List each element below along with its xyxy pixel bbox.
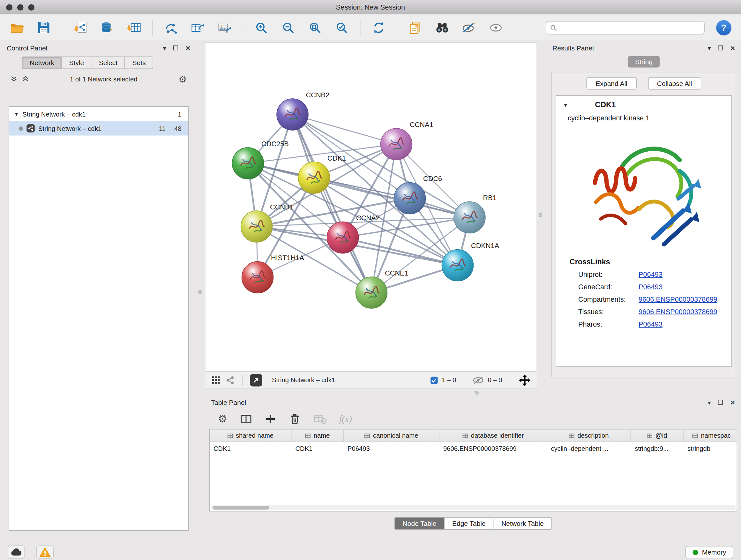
node-CDC6[interactable] (394, 183, 426, 214)
table-horizontal-scrollbar[interactable] (211, 505, 736, 510)
find-button[interactable] (431, 17, 454, 38)
tab-node-table[interactable]: Node Table (394, 517, 445, 530)
column-header-description[interactable]: description (547, 430, 631, 442)
bottom-splitter-handle[interactable] (475, 391, 479, 395)
disclosure-triangle-icon[interactable]: ▼ (14, 111, 19, 117)
float-panel-icon[interactable] (718, 400, 723, 405)
new-network-from-selection-button[interactable] (187, 17, 209, 38)
table-cell[interactable]: stringdb (684, 442, 737, 455)
show-columns-icon[interactable] (240, 414, 252, 425)
node-CCNB2[interactable] (277, 99, 308, 130)
crosslink-value[interactable]: P06493 (638, 320, 663, 328)
collapse-panel-icon[interactable]: ▾ (708, 399, 711, 406)
collapse-all-button[interactable]: Collapse All (648, 77, 701, 90)
close-panel-icon[interactable]: ✕ (185, 45, 191, 51)
import-table-button[interactable] (123, 17, 145, 38)
add-column-plus-icon[interactable] (265, 414, 276, 425)
column-header-name[interactable]: name (292, 430, 344, 442)
pan-move-icon[interactable] (519, 374, 531, 386)
column-header--id[interactable]: @id (631, 430, 684, 442)
zoom-out-button[interactable] (277, 17, 299, 38)
tab-network-table[interactable]: Network Table (494, 517, 552, 530)
node-CCNB1[interactable] (241, 211, 273, 242)
table-cell[interactable]: 9606.ENSP00000378699 (440, 442, 547, 455)
save-session-button[interactable] (32, 17, 55, 38)
refresh-button[interactable] (367, 17, 390, 38)
zoom-window-button[interactable] (28, 4, 35, 10)
show-graphics-details-button[interactable] (485, 17, 507, 38)
collapse-panel-icon[interactable]: ▾ (163, 45, 166, 51)
close-panel-icon[interactable]: ✕ (730, 399, 735, 406)
table-cell[interactable]: CDK1 (292, 442, 344, 455)
network-canvas[interactable]: CCNB2CCNA1CDC25BCDK1CDC6RB1CCNB1CCNA2CDK… (205, 43, 537, 371)
table-cell[interactable]: P06493 (344, 442, 440, 455)
import-network-file-button[interactable] (70, 17, 91, 38)
network-options-gear-icon[interactable]: ⚙ (179, 74, 187, 84)
collapse-panel-icon[interactable]: ▾ (708, 45, 711, 51)
close-panel-icon[interactable]: ✕ (730, 45, 735, 51)
crosslink-value[interactable]: P06493 (638, 283, 663, 291)
column-header-database-identifier[interactable]: database identifier (440, 430, 547, 442)
table-cell[interactable]: stringdb:9... (631, 442, 684, 455)
crosslink-value[interactable]: 9606.ENSP00000378699 (638, 296, 718, 303)
node-CCNA1[interactable] (381, 128, 412, 160)
column-header-canonical-name[interactable]: canonical name (344, 430, 440, 442)
zoom-fit-button[interactable] (304, 17, 326, 38)
network-collection-row[interactable]: ▼ String Network – cdk1 1 (9, 107, 188, 121)
expand-all-button[interactable]: Expand All (587, 77, 636, 90)
node-CDK1[interactable] (298, 162, 330, 193)
table-cell[interactable]: cyclin–dependent ... (547, 442, 631, 455)
new-network-button[interactable] (160, 17, 182, 38)
column-header-namespac[interactable]: namespac (684, 430, 737, 442)
selected-checkbox-icon[interactable] (430, 376, 438, 384)
node-CDKN1A[interactable] (442, 250, 474, 281)
open-session-button[interactable] (6, 17, 28, 38)
memory-button[interactable]: Memory (686, 546, 733, 558)
export-image-button[interactable] (213, 17, 235, 38)
table-settings-gear-icon[interactable]: ⚙ (218, 414, 227, 424)
network-row[interactable]: String Network – cdk1 11 48 (9, 121, 188, 136)
import-network-database-button[interactable] (96, 17, 118, 38)
copy-document-button[interactable] (405, 17, 427, 38)
help-button[interactable]: ? (716, 20, 731, 35)
hidden-eye-slash-icon[interactable] (472, 376, 484, 384)
memory-label: Memory (702, 549, 726, 556)
double-chevron-up-icon[interactable] (22, 76, 29, 82)
tab-select[interactable]: Select (91, 57, 125, 69)
warning-button[interactable] (37, 546, 54, 559)
minimize-window-button[interactable] (17, 4, 23, 10)
left-splitter-handle[interactable] (198, 290, 202, 294)
float-panel-icon[interactable] (173, 46, 178, 51)
network-share-icon[interactable] (226, 375, 235, 385)
node-HIST1H1A[interactable] (242, 261, 273, 293)
node-CCNA2[interactable] (327, 222, 359, 253)
table-cell[interactable]: CDK1 (210, 442, 292, 455)
tab-style[interactable]: Style (62, 57, 91, 69)
hide-show-graphics-button[interactable] (458, 17, 480, 38)
close-window-button[interactable] (6, 4, 13, 10)
tab-string[interactable]: String (628, 56, 660, 68)
tab-sets[interactable]: Sets (125, 57, 153, 69)
zoom-in-button[interactable] (251, 17, 273, 38)
column-header-shared-name[interactable]: shared name (210, 430, 292, 442)
node-CDC25B[interactable] (232, 147, 264, 179)
node-CCNE1[interactable] (356, 277, 387, 308)
arrow-up-right-icon (253, 377, 259, 383)
search-input[interactable] (560, 24, 700, 31)
tab-edge-table[interactable]: Edge Table (445, 517, 494, 530)
crosslink-value[interactable]: 9606.ENSP00000378699 (638, 308, 718, 316)
zoom-selected-button[interactable] (331, 17, 353, 38)
double-chevron-down-icon[interactable] (10, 76, 17, 82)
protein-disclosure-triangle-icon[interactable]: ▼ (563, 102, 568, 108)
open-in-window-button[interactable] (250, 374, 262, 386)
float-panel-icon[interactable] (718, 46, 723, 51)
right-splitter-handle[interactable] (539, 213, 542, 217)
delete-column-trash-icon[interactable] (288, 413, 301, 425)
tab-network[interactable]: Network (22, 57, 62, 69)
table-row[interactable]: CDK1CDK1P064939606.ENSP00000378699cyclin… (210, 442, 737, 455)
cloud-button[interactable] (8, 546, 25, 559)
node-RB1[interactable] (454, 202, 485, 233)
crosslink-value[interactable]: P06493 (638, 271, 663, 278)
grid-view-icon[interactable] (211, 375, 221, 385)
scrollbar-thumb[interactable] (212, 506, 269, 509)
